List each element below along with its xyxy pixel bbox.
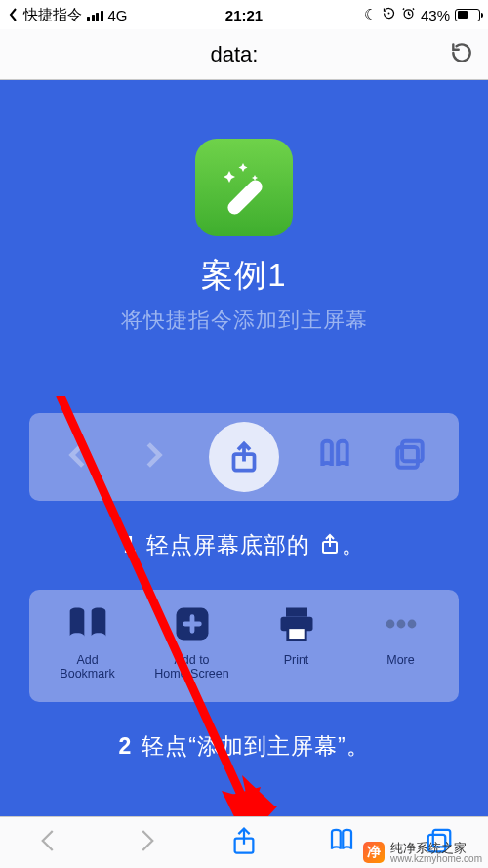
more-icon (374, 599, 428, 648)
battery-icon (455, 9, 480, 21)
clock: 21:21 (225, 7, 263, 23)
add-home-icon (165, 599, 220, 648)
svg-rect-10 (287, 628, 305, 641)
demo-add-bookmark: Add Bookmark (35, 599, 140, 692)
demo-back-icon (60, 436, 97, 477)
demo-forward-icon (135, 436, 172, 477)
moon-icon: ☾ (364, 6, 377, 23)
svg-rect-8 (286, 608, 307, 617)
demo-share-highlight (209, 422, 279, 492)
svg-point-11 (386, 620, 394, 629)
page-title: 案例1 (29, 254, 459, 298)
instruction-page: 案例1 将快捷指令添加到主屏幕 1轻点屏幕底部的 。 Add Bookmark (0, 80, 488, 816)
shortcut-app-icon (195, 139, 293, 236)
orientation-lock-icon (382, 6, 396, 23)
demo-safari-toolbar (29, 413, 459, 501)
signal-bars-icon (87, 9, 103, 21)
reload-button[interactable] (449, 40, 474, 69)
back-app-label[interactable]: 快捷指令 (23, 6, 82, 24)
watermark-logo-icon: 净 (363, 842, 385, 863)
step-1: 1轻点屏幕底部的 。 (29, 530, 459, 560)
nav-forward-button[interactable] (132, 826, 161, 859)
svg-point-13 (407, 620, 416, 629)
watermark: 净 纯净系统之家 www.kzmyhome.com (363, 842, 482, 864)
demo-bookmarks-icon (316, 436, 353, 477)
share-icon (226, 439, 262, 475)
alarm-icon (401, 6, 416, 23)
demo-print: Print (244, 599, 348, 692)
battery-pct: 43% (421, 7, 450, 23)
page-subtitle: 将快捷指令添加到主屏幕 (29, 306, 459, 335)
print-icon (269, 599, 324, 648)
address-bar[interactable]: data: (0, 29, 488, 80)
step-2: 2轻点“添加到主屏幕”。 (29, 731, 459, 762)
url-text: data: (20, 42, 449, 67)
svg-point-12 (396, 620, 405, 629)
svg-point-0 (388, 13, 390, 15)
demo-share-sheet: Add Bookmark Add to Home Screen Print Mo… (29, 590, 459, 702)
demo-add-home-screen: Add to Home Screen (140, 599, 244, 692)
share-icon (318, 532, 342, 556)
demo-more: More (348, 599, 453, 692)
nav-back-button[interactable] (34, 826, 63, 859)
demo-tabs-icon (391, 436, 428, 477)
svg-rect-2 (224, 177, 264, 217)
share-button[interactable] (229, 826, 259, 859)
bookmark-icon (61, 599, 115, 648)
bookmarks-button[interactable] (327, 826, 356, 859)
network-label: 4G (108, 7, 128, 23)
back-chevron-icon[interactable] (8, 7, 19, 22)
